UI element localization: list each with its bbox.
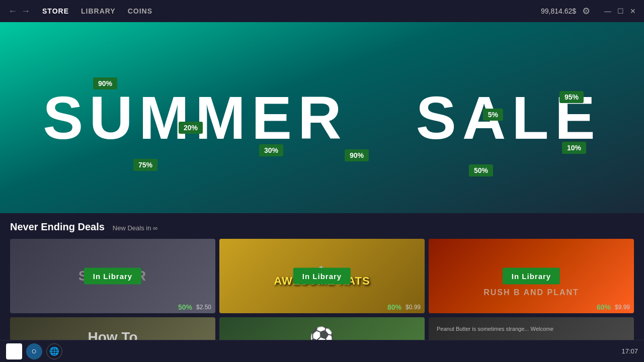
settings-icon[interactable]: ⚙	[582, 6, 590, 17]
in-library-badge-summer: In Library	[84, 268, 141, 285]
game-card-rats[interactable]: 🐀 AWESOME RATS In Library 80% $0.99	[219, 239, 425, 313]
taskbar: ○ 🌐 17:07	[0, 340, 644, 362]
main-nav: STORE LIBRARY COINS	[42, 7, 152, 15]
badge-90pct-b: 90%	[345, 149, 369, 161]
tab-library[interactable]: LIBRARY	[81, 7, 116, 15]
price-discount-rush: 60%	[597, 303, 611, 311]
badge-5pct: 5%	[483, 109, 503, 121]
title-bar: ← → STORE LIBRARY COINS 99,814.62$ ⚙ — ☐…	[0, 0, 644, 22]
tab-coins[interactable]: COINS	[128, 7, 152, 15]
badge-95pct: 95%	[559, 91, 584, 103]
card-pb-text: Peanut Butter is sometimes strange... We…	[433, 321, 557, 337]
tab-store[interactable]: STORE	[42, 7, 69, 15]
close-button[interactable]: ✕	[630, 7, 636, 15]
coins-balance: 99,814.62$	[541, 7, 576, 15]
taskbar-time: 17:07	[621, 347, 638, 355]
deals-header: Never Ending Deals New Deals in ∞	[10, 221, 634, 233]
price-original-rats: $0.99	[406, 304, 421, 311]
taskbar-globe-button[interactable]: 🌐	[46, 343, 62, 359]
price-bar-summer: 50% $2.50	[174, 301, 215, 313]
price-original-rush: $9.99	[615, 304, 630, 311]
hero-banner: SUMMER SALE 90% 95% 5% 20% 30% 90% 10% 7…	[0, 22, 644, 213]
game-card-summer[interactable]: SUMMER In Library 50% $2.50	[10, 239, 215, 313]
deals-subtitle: New Deals in ∞	[113, 224, 157, 232]
card-rush-text: RUSH B AND PLANT	[484, 288, 579, 297]
price-bar-rats: 80% $0.99	[383, 301, 425, 313]
game-card-rush[interactable]: RUSH B AND PLANT In Library 60% $9.99	[429, 239, 634, 313]
badge-75pct: 75%	[133, 159, 157, 171]
badge-20pct: 20%	[179, 122, 203, 134]
badge-90pct-a: 90%	[93, 77, 117, 89]
cards-row-1: SUMMER In Library 50% $2.50 🐀 AWESOME RA…	[10, 239, 634, 313]
badge-50pct: 50%	[469, 164, 493, 176]
title-right: 99,814.62$ ⚙ — ☐ ✕	[541, 6, 636, 17]
deals-title: Never Ending Deals	[10, 221, 105, 233]
minimize-button[interactable]: —	[604, 7, 611, 15]
in-library-badge-rush: In Library	[503, 268, 560, 285]
nav-back-button[interactable]: ←	[8, 6, 17, 17]
badge-10pct: 10%	[562, 142, 586, 154]
maximize-button[interactable]: ☐	[617, 7, 624, 15]
price-discount-summer: 50%	[178, 303, 192, 311]
price-bar-rush: 60% $9.99	[593, 301, 634, 313]
price-original-summer: $2.50	[196, 304, 211, 311]
in-library-badge-rats: In Library	[293, 268, 351, 285]
price-discount-rats: 80%	[387, 303, 401, 311]
taskbar-white-button[interactable]	[6, 343, 22, 359]
nav-forward-button[interactable]: →	[21, 6, 30, 17]
badge-30pct: 30%	[259, 144, 283, 156]
taskbar-circle-button[interactable]: ○	[26, 343, 42, 359]
window-controls: — ☐ ✕	[604, 7, 636, 15]
summer-sale-title: SUMMER SALE	[43, 87, 601, 148]
